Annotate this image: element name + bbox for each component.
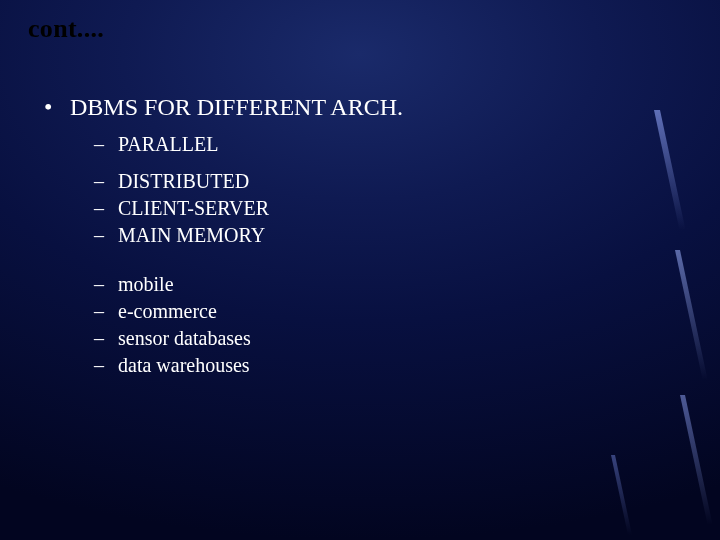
- slide-title: cont....: [28, 14, 692, 44]
- list-item: data warehouses: [118, 352, 692, 379]
- list-item: sensor databases: [118, 325, 692, 352]
- slide: cont.... DBMS FOR DIFFERENT ARCH. PARALL…: [0, 0, 720, 540]
- bullet-group-2: DISTRIBUTED CLIENT-SERVER MAIN MEMORY: [70, 168, 692, 249]
- list-item: e-commerce: [118, 298, 692, 325]
- bullet-list-level1: DBMS FOR DIFFERENT ARCH. PARALLEL DISTRI…: [28, 94, 692, 379]
- list-item: mobile: [118, 271, 692, 298]
- main-bullet-text: DBMS FOR DIFFERENT ARCH.: [70, 94, 403, 120]
- list-item: PARALLEL: [118, 131, 692, 158]
- bullet-group-3: mobile e-commerce sensor databases data …: [70, 271, 692, 379]
- main-bullet: DBMS FOR DIFFERENT ARCH. PARALLEL DISTRI…: [70, 94, 692, 379]
- list-item: CLIENT-SERVER: [118, 195, 692, 222]
- list-item: DISTRIBUTED: [118, 168, 692, 195]
- list-item: MAIN MEMORY: [118, 222, 692, 249]
- bullet-group-1: PARALLEL: [70, 131, 692, 158]
